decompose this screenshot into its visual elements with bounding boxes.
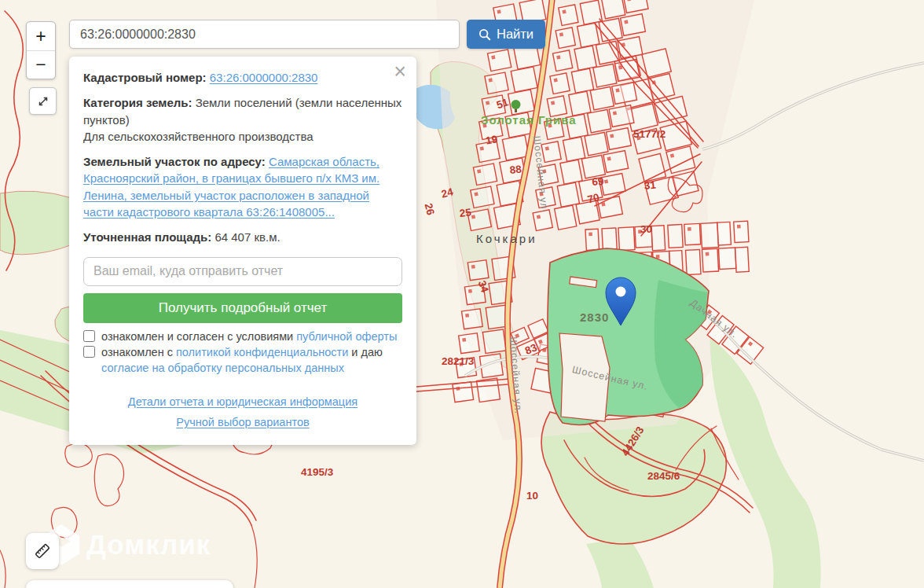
get-report-button[interactable]: Получить подробный отчет: [83, 293, 402, 323]
offer-checkbox[interactable]: [83, 330, 95, 342]
bottom-panel[interactable]: [26, 580, 233, 588]
cadastral-number-link[interactable]: 63:26:0000000:2830: [210, 71, 318, 84]
fullscreen-button[interactable]: [29, 87, 57, 115]
zoom-out-button[interactable]: −: [27, 50, 55, 79]
address-row: Земельный участок по адресу: Самарская о…: [83, 153, 402, 220]
report-details-link[interactable]: Детали отчета и юридическая информация: [83, 391, 402, 412]
offer-checkbox-row[interactable]: ознакомлен и согласен с условиями публич…: [83, 329, 402, 344]
search-button[interactable]: Найти: [467, 20, 545, 49]
category-row: Категория земель: Земли поселений (земли…: [83, 94, 402, 145]
popup-footer-links: Детали отчета и юридическая информация Р…: [83, 391, 402, 432]
email-field[interactable]: [83, 257, 402, 286]
search-input[interactable]: [69, 20, 460, 49]
privacy-checkbox-row[interactable]: ознакомлен с политикой конфиденциальност…: [83, 344, 402, 376]
offer-link[interactable]: публичной оферты: [296, 330, 397, 343]
zoom-controls: + −: [26, 21, 56, 79]
ruler-icon: [33, 542, 52, 560]
privacy-checkbox[interactable]: [83, 346, 95, 358]
expand-icon: [36, 94, 50, 108]
search-button-label: Найти: [497, 27, 534, 42]
manual-select-link[interactable]: Ручной выбор вариантов: [83, 412, 402, 432]
search-icon: [478, 28, 491, 41]
area-row: Уточненная площадь: 64 407 кв.м.: [83, 229, 402, 245]
close-icon[interactable]: ×: [394, 61, 406, 83]
measure-button[interactable]: [26, 533, 59, 569]
personal-data-link[interactable]: согласие на обработку персональных данны…: [101, 362, 344, 374]
highlighted-parcel-2830[interactable]: [548, 248, 709, 424]
zoom-in-button[interactable]: +: [27, 22, 55, 50]
cadastral-number-row: Кадастровый номер: 63:26:0000000:2830: [83, 69, 402, 86]
privacy-policy-link[interactable]: политикой конфиденциальности: [176, 346, 348, 358]
parcel-info-popup: × Кадастровый номер: 63:26:0000000:2830 …: [69, 57, 416, 445]
